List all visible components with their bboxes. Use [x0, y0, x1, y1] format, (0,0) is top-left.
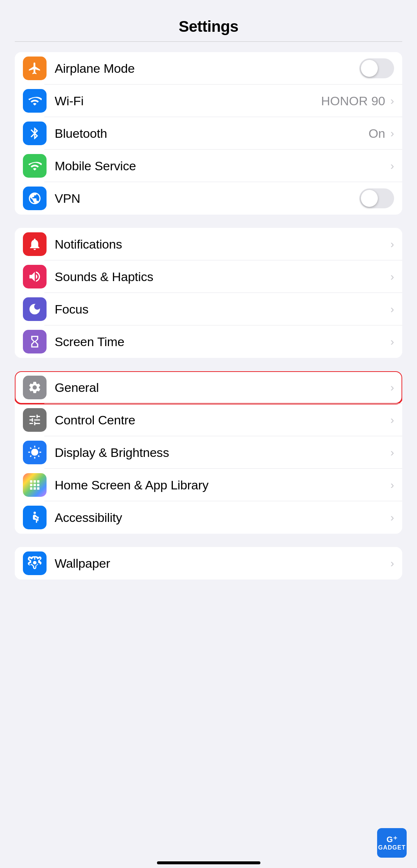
wallpaper-chevron: ›: [390, 557, 394, 570]
display-brightness-label: Display & Brightness: [55, 445, 389, 460]
home-screen-label: Home Screen & App Library: [55, 478, 389, 492]
bluetooth-value: On: [369, 126, 385, 141]
settings-group-wallpaper: Wallpaper›: [15, 547, 402, 580]
notifications-chevron: ›: [390, 238, 394, 250]
settings-row-airplane-mode[interactable]: Airplane Mode: [15, 52, 402, 85]
home-screen-chevron: ›: [390, 479, 394, 491]
settings-row-sounds-haptics[interactable]: Sounds & Haptics›: [15, 260, 402, 293]
settings-row-home-screen[interactable]: Home Screen & App Library›: [15, 469, 402, 501]
gadget-icon: G⁺: [386, 835, 397, 844]
vpn-toggle[interactable]: [359, 188, 394, 208]
gear-icon: [23, 376, 47, 399]
control-centre-chevron: ›: [390, 414, 394, 426]
focus-chevron: ›: [390, 303, 394, 315]
signal-icon: [23, 154, 47, 178]
sounds-haptics-chevron: ›: [390, 270, 394, 283]
wifi-value: HONOR 90: [321, 94, 385, 108]
accessibility-label: Accessibility: [55, 510, 389, 525]
accessibility-icon: [23, 506, 47, 529]
svg-point-0: [34, 512, 36, 514]
settings-row-accessibility[interactable]: Accessibility›: [15, 501, 402, 534]
settings-row-focus[interactable]: Focus›: [15, 293, 402, 325]
settings-row-control-centre[interactable]: Control Centre›: [15, 404, 402, 436]
bluetooth-chevron: ›: [390, 127, 394, 140]
settings-group-preferences: Notifications›Sounds & Haptics›Focus›Scr…: [15, 228, 402, 358]
page-header: Settings: [0, 0, 417, 41]
wifi-label: Wi-Fi: [55, 94, 321, 108]
accessibility-chevron: ›: [390, 511, 394, 524]
focus-label: Focus: [55, 302, 389, 317]
mobile-service-chevron: ›: [390, 160, 394, 172]
gadget-badge: G⁺ GADGET: [377, 828, 407, 858]
airplane-mode-label: Airplane Mode: [55, 61, 359, 76]
settings-row-screen-time[interactable]: Screen Time›: [15, 325, 402, 358]
screen-time-label: Screen Time: [55, 335, 389, 349]
wifi-icon: [23, 89, 47, 113]
wifi-chevron: ›: [390, 95, 394, 107]
flower-icon: [23, 551, 47, 575]
vpn-label: VPN: [55, 191, 359, 206]
settings-group-system: General›Control Centre›Display & Brightn…: [15, 371, 402, 534]
control-centre-label: Control Centre: [55, 413, 389, 427]
bluetooth-label: Bluetooth: [55, 126, 369, 141]
settings-content: Airplane ModeWi-FiHONOR 90›BluetoothOn›M…: [0, 42, 417, 594]
settings-row-display-brightness[interactable]: Display & Brightness›: [15, 436, 402, 469]
settings-row-wifi[interactable]: Wi-FiHONOR 90›: [15, 85, 402, 117]
globe-icon: [23, 187, 47, 210]
airplane-icon: [23, 57, 47, 80]
hourglass-icon: [23, 330, 47, 353]
wallpaper-label: Wallpaper: [55, 556, 389, 571]
settings-row-vpn[interactable]: VPN: [15, 182, 402, 215]
settings-row-bluetooth[interactable]: BluetoothOn›: [15, 117, 402, 150]
settings-row-mobile-service[interactable]: Mobile Service›: [15, 150, 402, 182]
bell-icon: [23, 232, 47, 256]
settings-group-connectivity: Airplane ModeWi-FiHONOR 90›BluetoothOn›M…: [15, 52, 402, 215]
display-brightness-chevron: ›: [390, 446, 394, 459]
gadget-label: GADGET: [378, 844, 406, 851]
bluetooth-icon: [23, 122, 47, 145]
sounds-haptics-label: Sounds & Haptics: [55, 270, 389, 284]
home-indicator: [157, 861, 260, 864]
general-chevron: ›: [390, 381, 394, 394]
settings-row-general[interactable]: General›: [15, 371, 402, 404]
page-title: Settings: [0, 18, 417, 35]
general-label: General: [55, 380, 389, 395]
sliders-icon: [23, 408, 47, 432]
airplane-mode-toggle[interactable]: [359, 58, 394, 78]
sun-icon: [23, 441, 47, 464]
speaker-icon: [23, 265, 47, 288]
screen-time-chevron: ›: [390, 335, 394, 348]
mobile-service-label: Mobile Service: [55, 159, 389, 173]
notifications-label: Notifications: [55, 237, 389, 252]
moon-icon: [23, 297, 47, 321]
settings-row-wallpaper[interactable]: Wallpaper›: [15, 547, 402, 580]
grid-icon: [23, 473, 47, 497]
settings-row-notifications[interactable]: Notifications›: [15, 228, 402, 260]
